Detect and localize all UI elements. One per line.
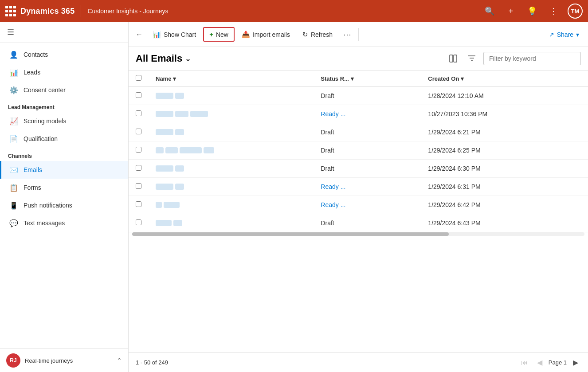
- row-name-cell: [149, 141, 314, 160]
- row-name-cell: [149, 105, 314, 123]
- sidebar-item-scoring-label: Scoring models: [24, 117, 67, 125]
- refresh-label: Refresh: [311, 31, 333, 38]
- row-created-on-cell: 1/29/2024 6:31 PM: [421, 178, 588, 196]
- row-checkbox[interactable]: [136, 201, 141, 207]
- table-row[interactable]: Ready ...1/29/2024 6:31 PM: [129, 178, 588, 196]
- filter-button[interactable]: [465, 51, 479, 66]
- sidebar-item-emails-label: Emails: [24, 166, 42, 173]
- import-emails-button[interactable]: 📥 Import emails: [236, 28, 295, 41]
- select-all-checkbox[interactable]: [136, 75, 141, 81]
- name-block: [175, 93, 184, 99]
- sidebar-item-emails[interactable]: ✉️ Emails: [0, 161, 128, 179]
- show-chart-label: Show Chart: [164, 31, 196, 38]
- prev-page-button[interactable]: ◀: [534, 356, 545, 368]
- row-checkbox[interactable]: [136, 92, 141, 98]
- qualification-icon: 📄: [9, 134, 18, 143]
- sidebar-item-push[interactable]: 📱 Push notifications: [0, 196, 128, 214]
- table-row[interactable]: Draft1/29/2024 6:43 PM: [129, 214, 588, 232]
- chart-icon: 📊: [153, 31, 161, 39]
- name-block: [190, 111, 208, 117]
- sidebar-item-consent[interactable]: ⚙️ Consent center: [0, 81, 128, 99]
- refresh-button[interactable]: ↻ Refresh: [297, 28, 338, 41]
- name-column-header[interactable]: Name ▾: [149, 70, 314, 87]
- select-all-header[interactable]: [129, 70, 149, 87]
- sidebar-item-scoring[interactable]: 📈 Scoring models: [0, 112, 128, 130]
- sidebar-item-forms[interactable]: 📋 Forms: [0, 179, 128, 196]
- name-block: [175, 129, 184, 135]
- row-checkbox[interactable]: [136, 183, 141, 189]
- svg-rect-1: [454, 55, 457, 62]
- row-checkbox[interactable]: [136, 147, 141, 153]
- status-sort[interactable]: Status R... ▾: [321, 75, 414, 82]
- sidebar-item-qualification-label: Qualification: [24, 135, 58, 142]
- table-row[interactable]: Draft1/28/2024 12:10 AM: [129, 87, 588, 105]
- sidebar-item-sms[interactable]: 💬 Text messages: [0, 214, 128, 232]
- more-button[interactable]: ⋯: [340, 27, 355, 42]
- created-on-column-header[interactable]: Created On ▾: [421, 70, 588, 87]
- horizontal-scroll-thumb[interactable]: [132, 232, 449, 236]
- scoring-icon: 📈: [9, 117, 18, 125]
- name-sort[interactable]: Name ▾: [156, 75, 306, 82]
- back-button[interactable]: ←: [133, 28, 145, 41]
- row-name-cell: [149, 178, 314, 196]
- more-options-icon[interactable]: ⋮: [546, 4, 561, 18]
- help-icon[interactable]: 💡: [525, 4, 539, 18]
- row-checkbox[interactable]: [136, 129, 141, 134]
- next-page-button[interactable]: ▶: [570, 356, 581, 368]
- list-header-actions: [446, 51, 581, 66]
- row-status-cell: Ready ...: [314, 196, 421, 214]
- svg-rect-0: [450, 55, 453, 62]
- section-lead-management: Lead Management: [0, 99, 128, 112]
- row-created-on-cell: 1/29/2024 6:25 PM: [421, 141, 588, 160]
- add-icon[interactable]: +: [504, 4, 518, 18]
- sidebar-expand-icon[interactable]: ⌃: [117, 357, 122, 364]
- table-row[interactable]: Ready ...10/27/2023 10:36 PM: [129, 105, 588, 123]
- sidebar-item-contacts[interactable]: 👤 Contacts: [0, 46, 128, 63]
- avatar[interactable]: TM: [568, 4, 583, 19]
- search-icon[interactable]: 🔍: [482, 4, 497, 18]
- push-icon: 📱: [9, 201, 18, 210]
- row-created-on-cell: 10/27/2023 10:36 PM: [421, 105, 588, 123]
- row-name-cell: [149, 214, 314, 232]
- status-column-header[interactable]: Status R... ▾: [314, 70, 421, 87]
- sidebar-bottom-label: Real-time journeys: [25, 357, 73, 364]
- sidebar-item-qualification[interactable]: 📄 Qualification: [0, 130, 128, 148]
- column-chooser-button[interactable]: [446, 51, 460, 66]
- sidebar-item-leads[interactable]: 📊 Leads: [0, 63, 128, 81]
- row-checkbox-cell: [129, 123, 149, 141]
- created-on-sort[interactable]: Created On ▾: [428, 75, 581, 82]
- show-chart-button[interactable]: 📊 Show Chart: [147, 28, 201, 41]
- new-button[interactable]: + New: [203, 27, 235, 42]
- list-header: All Emails ⌄: [129, 47, 588, 70]
- forms-icon: 📋: [9, 183, 18, 192]
- top-navigation: Dynamics 365 Customer Insights - Journey…: [0, 0, 588, 22]
- row-checkbox-cell: [129, 141, 149, 160]
- sidebar-bottom[interactable]: RJ Real-time journeys ⌃: [0, 349, 128, 372]
- row-checkbox[interactable]: [136, 219, 141, 225]
- hamburger-menu[interactable]: ☰: [7, 27, 14, 37]
- row-checkbox[interactable]: [136, 165, 141, 171]
- table-row[interactable]: Draft1/29/2024 6:25 PM: [129, 141, 588, 160]
- share-icon: ↗: [549, 31, 554, 38]
- name-block: [175, 111, 188, 117]
- horizontal-scrollbar[interactable]: [132, 232, 584, 236]
- name-block: [156, 202, 162, 208]
- list-title-chevron[interactable]: ⌄: [185, 55, 191, 63]
- sidebar-item-push-label: Push notifications: [24, 202, 72, 209]
- emails-icon: ✉️: [9, 165, 18, 174]
- name-block: [156, 129, 173, 135]
- table-row[interactable]: Draft1/29/2024 6:21 PM: [129, 123, 588, 141]
- row-status-cell: Draft: [314, 123, 421, 141]
- pagination: 1 - 50 of 249 ⏮ ◀ Page 1 ▶: [129, 352, 588, 372]
- sidebar-user-avatar: RJ: [6, 353, 20, 368]
- row-checkbox[interactable]: [136, 110, 141, 116]
- table-row[interactable]: Ready ...1/29/2024 6:42 PM: [129, 196, 588, 214]
- share-button[interactable]: ↗ Share ▾: [545, 28, 584, 41]
- name-block: [156, 220, 172, 226]
- first-page-button[interactable]: ⏮: [518, 357, 531, 368]
- keyword-filter-input[interactable]: [483, 52, 581, 65]
- waffle-menu[interactable]: [5, 6, 16, 16]
- table-row[interactable]: Draft1/29/2024 6:30 PM: [129, 160, 588, 178]
- share-chevron-icon: ▾: [576, 31, 579, 38]
- consent-icon: ⚙️: [9, 86, 18, 94]
